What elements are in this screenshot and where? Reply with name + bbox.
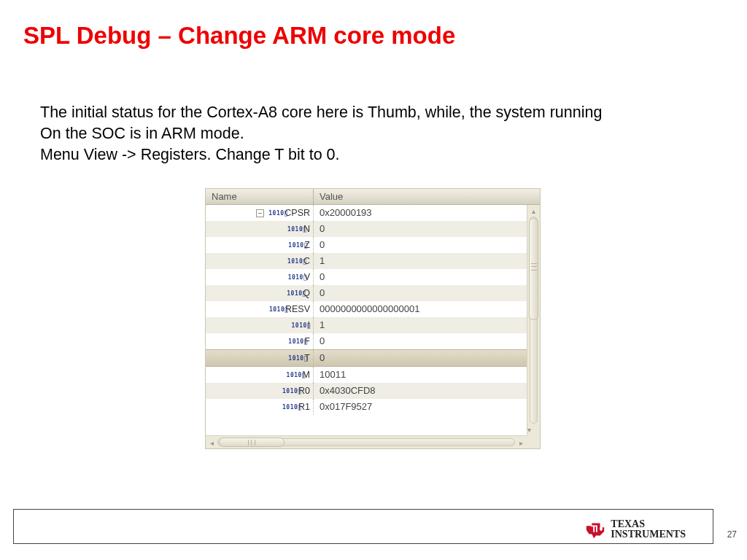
register-icon — [268, 211, 282, 216]
register-icon — [287, 259, 301, 264]
body-line-2: On the SOC is in ARM mode. — [40, 123, 718, 144]
register-icon — [269, 307, 282, 312]
register-value[interactable]: 0 — [314, 285, 527, 301]
scroll-up-icon[interactable]: ▴ — [527, 205, 540, 217]
column-header-value[interactable]: Value — [314, 189, 540, 204]
register-name-cell: R1 — [206, 399, 314, 415]
register-value[interactable]: 0 — [314, 350, 527, 366]
scrollbar-corner — [527, 435, 540, 448]
horizontal-scrollbar[interactable]: ◂ ▸ — [206, 435, 527, 448]
register-icon — [288, 275, 301, 280]
body-line-3: Menu View -> Registers. Change T bit to … — [40, 144, 718, 166]
register-value[interactable]: 1 — [314, 317, 527, 333]
register-icon — [287, 373, 300, 378]
register-name: I — [308, 317, 310, 333]
register-name: F — [304, 333, 310, 349]
ti-brand-top: TEXAS — [611, 518, 645, 529]
body-line-1: The initial status for the Cortex-A8 cor… — [40, 102, 718, 123]
register-row-i[interactable]: I1 — [206, 317, 527, 333]
ti-logo: TEXAS INSTRUMENTS — [584, 518, 686, 540]
register-row-r1[interactable]: R10x017F9527 — [206, 399, 527, 415]
register-row-t[interactable]: T0 — [206, 349, 527, 367]
register-name-cell: V — [206, 269, 314, 285]
scroll-right-icon[interactable]: ▸ — [515, 436, 527, 449]
column-header-name[interactable]: Name — [206, 189, 314, 204]
register-value[interactable]: 0x20000193 — [314, 205, 527, 221]
register-row-r0[interactable]: R00x4030CFD8 — [206, 383, 527, 399]
register-name: R1 — [298, 399, 310, 415]
register-name-cell: R0 — [206, 383, 314, 399]
register-icon — [292, 323, 305, 328]
register-row-q[interactable]: Q0 — [206, 285, 527, 301]
register-row-z[interactable]: Z0 — [206, 237, 527, 253]
register-icon — [282, 405, 295, 410]
scroll-down-icon[interactable]: ▾ — [527, 424, 531, 435]
slide-title: SPL Debug – Change ARM core mode — [0, 0, 747, 50]
register-name: Z — [304, 237, 310, 253]
register-name-cell: N — [206, 221, 314, 237]
registers-body: −CPSR0x20000193N0Z0C1V0Q0RESV00000000000… — [206, 205, 527, 435]
register-row-n[interactable]: N0 — [206, 221, 527, 237]
register-name: Q — [303, 285, 310, 301]
register-value[interactable]: 0x017F9527 — [314, 399, 527, 415]
ti-brand-bottom: INSTRUMENTS — [611, 529, 686, 540]
registers-header: Name Value — [206, 189, 540, 205]
register-row-f[interactable]: F0 — [206, 333, 527, 349]
register-value[interactable]: 1 — [314, 253, 527, 269]
scrollbar-grip-icon — [531, 263, 537, 271]
register-row-cpsr[interactable]: −CPSR0x20000193 — [206, 205, 527, 221]
register-value[interactable]: 10011 — [314, 367, 527, 383]
register-value[interactable]: 0 — [314, 237, 527, 253]
register-name: RESV — [285, 301, 310, 317]
ti-logo-text: TEXAS INSTRUMENTS — [611, 519, 686, 540]
register-name-cell: F — [206, 333, 314, 349]
register-name-cell: T — [206, 350, 314, 366]
register-icon — [287, 291, 300, 296]
register-name: M — [303, 367, 310, 383]
register-name: R0 — [298, 383, 310, 399]
vertical-scrollbar[interactable]: ▴ ▾ — [527, 205, 540, 435]
register-value[interactable]: 0 — [314, 333, 527, 349]
register-row-m[interactable]: M10011 — [206, 367, 527, 383]
register-value[interactable]: 0x4030CFD8 — [314, 383, 527, 399]
register-name: N — [303, 221, 310, 237]
register-name: C — [303, 253, 310, 269]
collapse-icon[interactable]: − — [256, 209, 264, 217]
register-name-cell: Z — [206, 237, 314, 253]
register-row-v[interactable]: V0 — [206, 269, 527, 285]
body-text: The initial status for the Cortex-A8 cor… — [0, 50, 747, 166]
register-name-cell: −CPSR — [206, 205, 314, 221]
register-name: T — [304, 350, 310, 366]
register-icon — [288, 356, 301, 361]
register-name-cell: Q — [206, 285, 314, 301]
register-row-c[interactable]: C1 — [206, 253, 527, 269]
register-value[interactable]: 0 — [314, 269, 527, 285]
register-value[interactable]: 0 — [314, 221, 527, 237]
register-name-cell: C — [206, 253, 314, 269]
register-icon — [288, 243, 301, 248]
scroll-left-icon[interactable]: ◂ — [206, 436, 217, 449]
registers-panel: Name Value −CPSR0x20000193N0Z0C1V0Q0RESV… — [205, 188, 541, 449]
register-icon — [282, 389, 295, 394]
page-number: 27 — [727, 529, 737, 540]
register-name: V — [304, 269, 310, 285]
register-icon — [287, 227, 301, 232]
register-icon — [288, 339, 301, 344]
register-name-cell: RESV — [206, 301, 314, 317]
register-row-resv[interactable]: RESV0000000000000000001 — [206, 301, 527, 317]
ti-logo-icon — [584, 518, 606, 540]
hscrollbar-grip-icon — [248, 440, 255, 446]
register-value[interactable]: 0000000000000000001 — [314, 301, 527, 317]
register-name-cell: M — [206, 367, 314, 383]
svg-point-0 — [600, 526, 603, 531]
register-name-cell: I — [206, 317, 314, 333]
register-name: CPSR — [285, 205, 310, 221]
